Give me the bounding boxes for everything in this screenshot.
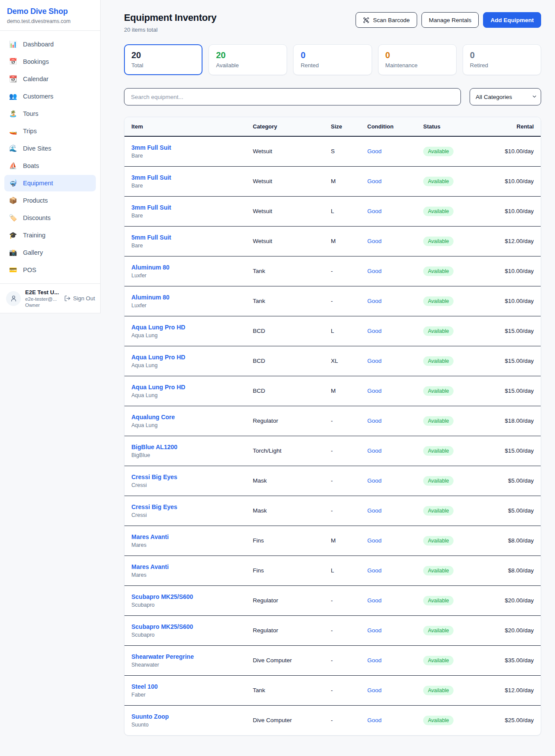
- sidebar-item[interactable]: 📊 Dashboard: [4, 36, 96, 53]
- scan-barcode-button[interactable]: Scan Barcode: [356, 12, 417, 28]
- sidebar-item[interactable]: 🌊 Dive Sites: [4, 140, 96, 157]
- condition-link[interactable]: Good: [367, 388, 382, 394]
- condition-link[interactable]: Good: [367, 537, 382, 544]
- size-cell: S: [324, 136, 360, 166]
- search-input[interactable]: [124, 88, 461, 105]
- sidebar-item[interactable]: 🏷️ Discounts: [4, 210, 96, 226]
- condition-link[interactable]: Good: [367, 687, 382, 694]
- item-name-link[interactable]: Mares Avanti: [131, 563, 239, 570]
- column-header-size: Size: [324, 117, 360, 136]
- sidebar-item[interactable]: 🤿 Equipment: [4, 175, 96, 191]
- item-brand: Scubapro: [131, 602, 239, 608]
- item-name-link[interactable]: Aqualung Core: [131, 414, 239, 421]
- status-cell: Available: [416, 166, 486, 196]
- sidebar-item[interactable]: 💳 POS: [4, 262, 96, 278]
- condition-link[interactable]: Good: [367, 328, 382, 334]
- category-select[interactable]: All Categories: [470, 88, 541, 105]
- condition-link[interactable]: Good: [367, 358, 382, 364]
- status-cell: Available: [416, 705, 486, 735]
- nav-item-label: Customers: [23, 93, 53, 100]
- item-cell: Suunto Zoop Suunto: [124, 705, 246, 735]
- condition-link[interactable]: Good: [367, 298, 382, 304]
- stat-card[interactable]: 0 Rented: [293, 44, 372, 75]
- sidebar-item[interactable]: 👥 Customers: [4, 88, 96, 105]
- condition-link[interactable]: Good: [367, 597, 382, 604]
- nav-item-icon: 🏝️: [9, 110, 17, 118]
- condition-link[interactable]: Good: [367, 238, 382, 244]
- condition-link[interactable]: Good: [367, 567, 382, 574]
- user-name: E2E Test U...: [25, 289, 60, 296]
- condition-link[interactable]: Good: [367, 417, 382, 424]
- sidebar-item[interactable]: 📆 Calendar: [4, 71, 96, 87]
- item-name-link[interactable]: Scubapro MK25/S600: [131, 623, 239, 630]
- category-cell: Fins: [246, 555, 324, 585]
- manage-rentals-button[interactable]: Manage Rentals: [421, 12, 479, 28]
- item-name-link[interactable]: Aqua Lung Pro HD: [131, 384, 239, 391]
- item-name-link[interactable]: Scubapro MK25/S600: [131, 593, 239, 600]
- sidebar-item[interactable]: 📅 Bookings: [4, 53, 96, 70]
- condition-link[interactable]: Good: [367, 477, 382, 484]
- rental-cell: $5.00/day: [486, 466, 541, 496]
- category-cell: Regulator: [246, 406, 324, 436]
- nav-item-label: Gallery: [23, 249, 43, 256]
- sidebar: Demo Dive Shop demo.test.divestreams.com…: [0, 0, 101, 313]
- condition-link[interactable]: Good: [367, 447, 382, 454]
- item-name-link[interactable]: Cressi Big Eyes: [131, 473, 239, 480]
- condition-link[interactable]: Good: [367, 717, 382, 723]
- item-name-link[interactable]: Aluminum 80: [131, 264, 239, 271]
- status-cell: Available: [416, 615, 486, 645]
- condition-link[interactable]: Good: [367, 657, 382, 664]
- sidebar-item[interactable]: 🚤 Trips: [4, 123, 96, 139]
- sidebar-item[interactable]: 🏝️ Tours: [4, 105, 96, 122]
- item-brand: Cressi: [131, 482, 239, 488]
- rental-cell: $10.00/day: [486, 166, 541, 196]
- category-cell: Wetsuit: [246, 196, 324, 226]
- sidebar-item[interactable]: 📦 Products: [4, 192, 96, 209]
- sidebar-item[interactable]: ⛵ Boats: [4, 158, 96, 174]
- size-cell: -: [324, 496, 360, 526]
- status-badge: Available: [423, 147, 454, 156]
- stat-card[interactable]: 0 Maintenance: [378, 44, 457, 75]
- item-name-link[interactable]: Mares Avanti: [131, 533, 239, 540]
- item-name-link[interactable]: Aqua Lung Pro HD: [131, 354, 239, 361]
- item-name-link[interactable]: 3mm Full Suit: [131, 174, 239, 181]
- condition-link[interactable]: Good: [367, 507, 382, 514]
- item-name-link[interactable]: Shearwater Peregrine: [131, 653, 239, 660]
- status-badge: Available: [423, 476, 454, 486]
- condition-cell: Good: [360, 705, 416, 735]
- item-name-link[interactable]: BigBlue AL1200: [131, 444, 239, 450]
- status-badge: Available: [423, 237, 454, 246]
- sidebar-item[interactable]: 🎓 Training: [4, 227, 96, 243]
- nav-item-label: Equipment: [23, 180, 53, 187]
- condition-link[interactable]: Good: [367, 148, 382, 154]
- table-row: Aqualung Core Aqua Lung Regulator - Good…: [124, 406, 541, 436]
- status-badge: Available: [423, 356, 454, 366]
- item-name-link[interactable]: 3mm Full Suit: [131, 204, 239, 211]
- stat-card[interactable]: 20 Available: [209, 44, 287, 75]
- condition-link[interactable]: Good: [367, 208, 382, 214]
- item-name-link[interactable]: 3mm Full Suit: [131, 144, 239, 151]
- condition-link[interactable]: Good: [367, 178, 382, 184]
- item-name-link[interactable]: Cressi Big Eyes: [131, 503, 239, 510]
- sidebar-item[interactable]: 📸 Gallery: [4, 244, 96, 261]
- add-equipment-button[interactable]: Add Equipment: [483, 12, 541, 28]
- stat-card[interactable]: 20 Total: [124, 44, 202, 75]
- status-badge: Available: [423, 656, 454, 665]
- condition-link[interactable]: Good: [367, 627, 382, 634]
- condition-cell: Good: [360, 526, 416, 555]
- item-name-link[interactable]: 5mm Full Suit: [131, 234, 239, 241]
- item-name-link[interactable]: Aluminum 80: [131, 294, 239, 301]
- condition-link[interactable]: Good: [367, 268, 382, 274]
- size-cell: -: [324, 585, 360, 615]
- brand-title[interactable]: Demo Dive Shop: [7, 7, 93, 16]
- sign-out-label: Sign Out: [73, 295, 95, 302]
- status-cell: Available: [416, 555, 486, 585]
- item-name-link[interactable]: Steel 100: [131, 683, 239, 690]
- item-name-link[interactable]: Suunto Zoop: [131, 713, 239, 720]
- status-cell: Available: [416, 406, 486, 436]
- sign-out-button[interactable]: Sign Out: [64, 295, 95, 302]
- item-cell: 5mm Full Suit Bare: [124, 226, 246, 256]
- stat-card[interactable]: 0 Retired: [463, 44, 541, 75]
- item-cell: Shearwater Peregrine Shearwater: [124, 645, 246, 675]
- item-name-link[interactable]: Aqua Lung Pro HD: [131, 324, 239, 331]
